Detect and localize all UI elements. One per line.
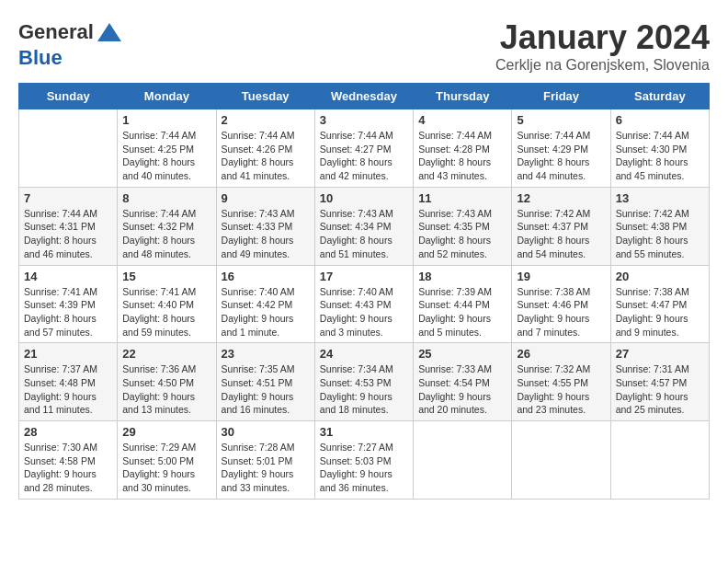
calendar-day-cell: 24Sunrise: 7:34 AMSunset: 4:53 PMDayligh… <box>314 343 413 421</box>
calendar-day-cell: 16Sunrise: 7:40 AMSunset: 4:42 PMDayligh… <box>216 265 314 343</box>
day-info: Sunrise: 7:37 AMSunset: 4:48 PMDaylight:… <box>24 362 112 417</box>
day-number: 29 <box>122 425 210 439</box>
day-number: 16 <box>222 270 310 283</box>
day-number: 1 <box>122 113 210 127</box>
day-info: Sunrise: 7:32 AMSunset: 4:55 PMDaylight:… <box>517 362 605 417</box>
day-number: 12 <box>517 191 605 205</box>
day-info: Sunrise: 7:38 AMSunset: 4:47 PMDaylight:… <box>616 285 704 339</box>
calendar-week-row: 1Sunrise: 7:44 AMSunset: 4:25 PMDaylight… <box>19 109 710 188</box>
day-of-week-header: Thursday <box>414 84 512 109</box>
day-number: 17 <box>320 270 408 283</box>
calendar-day-cell: 26Sunrise: 7:32 AMSunset: 4:55 PMDayligh… <box>512 343 610 421</box>
calendar-day-cell: 5Sunrise: 7:44 AMSunset: 4:29 PMDaylight… <box>512 109 610 188</box>
day-number: 30 <box>222 425 310 439</box>
day-info: Sunrise: 7:44 AMSunset: 4:30 PMDaylight:… <box>616 129 704 183</box>
month-title: January 2024 <box>495 18 710 57</box>
title-block: January 2024 Cerklje na Gorenjskem, Slov… <box>495 18 710 74</box>
day-of-week-header: Tuesday <box>216 84 314 109</box>
day-number: 2 <box>222 113 310 127</box>
day-info: Sunrise: 7:44 AMSunset: 4:32 PMDaylight:… <box>122 207 210 261</box>
logo: General Blue <box>18 18 123 70</box>
day-info: Sunrise: 7:44 AMSunset: 4:29 PMDaylight:… <box>517 129 605 183</box>
calendar-week-row: 14Sunrise: 7:41 AMSunset: 4:39 PMDayligh… <box>19 265 710 343</box>
calendar-day-cell: 17Sunrise: 7:40 AMSunset: 4:43 PMDayligh… <box>314 265 413 343</box>
calendar-day-cell: 1Sunrise: 7:44 AMSunset: 4:25 PMDaylight… <box>118 109 216 188</box>
day-info: Sunrise: 7:29 AMSunset: 5:00 PMDaylight:… <box>122 441 210 495</box>
day-number: 18 <box>418 270 506 283</box>
logo-blue-text: Blue <box>18 46 63 70</box>
page-header: General Blue January 2024 Cerklje na Gor… <box>18 18 710 74</box>
day-info: Sunrise: 7:31 AMSunset: 4:57 PMDaylight:… <box>616 362 704 417</box>
calendar-table: SundayMondayTuesdayWednesdayThursdayFrid… <box>18 83 710 500</box>
calendar-day-cell: 30Sunrise: 7:28 AMSunset: 5:01 PMDayligh… <box>216 421 314 500</box>
day-info: Sunrise: 7:42 AMSunset: 4:38 PMDaylight:… <box>616 207 704 261</box>
day-of-week-header: Saturday <box>610 84 709 109</box>
day-info: Sunrise: 7:41 AMSunset: 4:39 PMDaylight:… <box>24 285 112 339</box>
calendar-day-cell: 15Sunrise: 7:41 AMSunset: 4:40 PMDayligh… <box>118 265 216 343</box>
day-number: 8 <box>122 191 210 205</box>
day-number: 26 <box>517 347 605 361</box>
day-info: Sunrise: 7:41 AMSunset: 4:40 PMDaylight:… <box>122 285 210 339</box>
calendar-day-cell: 9Sunrise: 7:43 AMSunset: 4:33 PMDaylight… <box>216 187 314 265</box>
day-number: 19 <box>517 270 605 283</box>
calendar-week-row: 28Sunrise: 7:30 AMSunset: 4:58 PMDayligh… <box>19 421 710 500</box>
calendar-day-cell: 28Sunrise: 7:30 AMSunset: 4:58 PMDayligh… <box>19 421 118 500</box>
calendar-day-cell: 20Sunrise: 7:38 AMSunset: 4:47 PMDayligh… <box>610 265 709 343</box>
day-number: 22 <box>122 347 210 361</box>
day-info: Sunrise: 7:34 AMSunset: 4:53 PMDaylight:… <box>320 362 408 417</box>
calendar-day-cell: 10Sunrise: 7:43 AMSunset: 4:34 PMDayligh… <box>314 187 413 265</box>
calendar-day-cell: 14Sunrise: 7:41 AMSunset: 4:39 PMDayligh… <box>19 265 118 343</box>
svg-marker-0 <box>97 23 121 41</box>
day-info: Sunrise: 7:40 AMSunset: 4:42 PMDaylight:… <box>222 285 310 339</box>
day-info: Sunrise: 7:38 AMSunset: 4:46 PMDaylight:… <box>517 285 605 339</box>
day-info: Sunrise: 7:44 AMSunset: 4:26 PMDaylight:… <box>222 129 310 183</box>
day-info: Sunrise: 7:43 AMSunset: 4:33 PMDaylight:… <box>222 207 310 261</box>
calendar-day-cell <box>512 421 610 500</box>
calendar-day-cell: 23Sunrise: 7:35 AMSunset: 4:51 PMDayligh… <box>216 343 314 421</box>
day-number: 31 <box>320 425 408 439</box>
day-info: Sunrise: 7:42 AMSunset: 4:37 PMDaylight:… <box>517 207 605 261</box>
day-info: Sunrise: 7:43 AMSunset: 4:35 PMDaylight:… <box>418 207 506 261</box>
calendar-day-cell: 4Sunrise: 7:44 AMSunset: 4:28 PMDaylight… <box>414 109 512 188</box>
day-number: 6 <box>616 113 704 127</box>
day-number: 5 <box>517 113 605 127</box>
calendar-day-cell: 12Sunrise: 7:42 AMSunset: 4:37 PMDayligh… <box>512 187 610 265</box>
day-number: 23 <box>222 347 310 361</box>
day-number: 13 <box>616 191 704 205</box>
day-info: Sunrise: 7:35 AMSunset: 4:51 PMDaylight:… <box>222 362 310 417</box>
calendar-day-cell: 31Sunrise: 7:27 AMSunset: 5:03 PMDayligh… <box>314 421 413 500</box>
day-of-week-header: Friday <box>512 84 610 109</box>
day-info: Sunrise: 7:28 AMSunset: 5:01 PMDaylight:… <box>222 441 310 495</box>
calendar-day-cell <box>19 109 118 188</box>
day-info: Sunrise: 7:39 AMSunset: 4:44 PMDaylight:… <box>418 285 506 339</box>
day-number: 9 <box>222 191 310 205</box>
calendar-day-cell: 19Sunrise: 7:38 AMSunset: 4:46 PMDayligh… <box>512 265 610 343</box>
calendar-day-cell: 2Sunrise: 7:44 AMSunset: 4:26 PMDaylight… <box>216 109 314 188</box>
calendar-day-cell: 21Sunrise: 7:37 AMSunset: 4:48 PMDayligh… <box>19 343 118 421</box>
day-number: 7 <box>24 191 112 205</box>
day-info: Sunrise: 7:43 AMSunset: 4:34 PMDaylight:… <box>320 207 408 261</box>
calendar-day-cell: 11Sunrise: 7:43 AMSunset: 4:35 PMDayligh… <box>414 187 512 265</box>
day-info: Sunrise: 7:44 AMSunset: 4:31 PMDaylight:… <box>24 207 112 261</box>
location-subtitle: Cerklje na Gorenjskem, Slovenia <box>495 57 710 74</box>
calendar-day-cell: 8Sunrise: 7:44 AMSunset: 4:32 PMDaylight… <box>118 187 216 265</box>
day-of-week-header: Wednesday <box>314 84 413 109</box>
calendar-day-cell: 13Sunrise: 7:42 AMSunset: 4:38 PMDayligh… <box>610 187 709 265</box>
calendar-header-row: SundayMondayTuesdayWednesdayThursdayFrid… <box>19 84 710 109</box>
day-info: Sunrise: 7:33 AMSunset: 4:54 PMDaylight:… <box>418 362 506 417</box>
logo-icon <box>96 18 123 46</box>
calendar-day-cell: 27Sunrise: 7:31 AMSunset: 4:57 PMDayligh… <box>610 343 709 421</box>
day-number: 4 <box>418 113 506 127</box>
calendar-day-cell <box>610 421 709 500</box>
day-number: 21 <box>24 347 112 361</box>
calendar-day-cell <box>414 421 512 500</box>
day-number: 14 <box>24 270 112 283</box>
day-info: Sunrise: 7:40 AMSunset: 4:43 PMDaylight:… <box>320 285 408 339</box>
calendar-day-cell: 25Sunrise: 7:33 AMSunset: 4:54 PMDayligh… <box>414 343 512 421</box>
day-number: 25 <box>418 347 506 361</box>
calendar-day-cell: 7Sunrise: 7:44 AMSunset: 4:31 PMDaylight… <box>19 187 118 265</box>
day-info: Sunrise: 7:27 AMSunset: 5:03 PMDaylight:… <box>320 441 408 495</box>
day-info: Sunrise: 7:30 AMSunset: 4:58 PMDaylight:… <box>24 441 112 495</box>
day-number: 15 <box>122 270 210 283</box>
day-info: Sunrise: 7:44 AMSunset: 4:28 PMDaylight:… <box>418 129 506 183</box>
